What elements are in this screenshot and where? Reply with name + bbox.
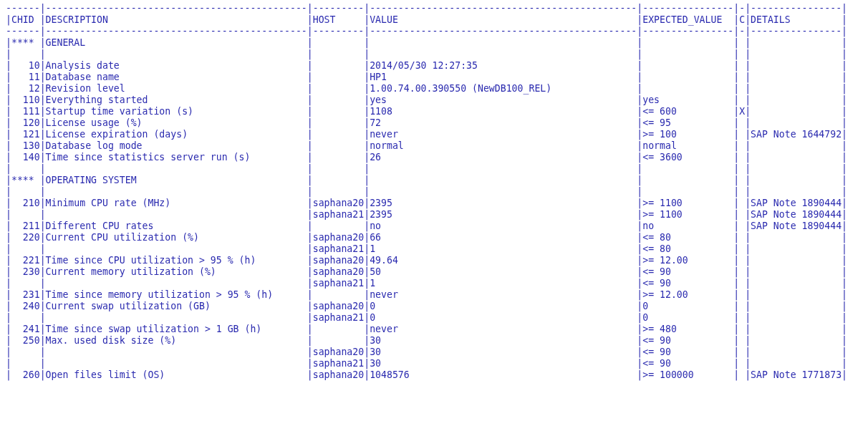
table-row: | 220|Current CPU utilization (%) |sapha…: [6, 232, 862, 243]
table-row: | | |saphana21|1 |<= 80 | | |: [6, 243, 862, 255]
table-row: | | |saphana21|2395 |>= 1100 | |SAP Note…: [6, 209, 862, 221]
divider-line: ------|---------------------------------…: [6, 26, 862, 37]
table-row: | 11|Database name | |HP1 | | | |: [6, 72, 862, 83]
table-row: | 10|Analysis date | |2014/05/30 12:27:3…: [6, 60, 862, 72]
table-row: | 111|Startup time variation (s) | |1108…: [6, 106, 862, 117]
table-row: | 12|Revision level | |1.00.74.00.390550…: [6, 83, 862, 95]
table-row: | 211|Different CPU rates | |no |no | |S…: [6, 221, 862, 232]
table-row: | 250|Max. used disk size (%) | |30 |<= …: [6, 335, 862, 347]
table-row: | 110|Everything started | |yes |yes | |…: [6, 95, 862, 106]
table-row: | 230|Current memory utilization (%) |sa…: [6, 266, 862, 278]
table-row: | 130|Database log mode | |normal |norma…: [6, 140, 862, 152]
table-row: | 210|Minimum CPU rate (MHz) |saphana20|…: [6, 198, 862, 209]
table-row: | 231|Time since memory utilization > 95…: [6, 289, 862, 301]
blank-row: | | | | | | | |: [6, 163, 862, 175]
table-row: | | |saphana21|0 |0 | | |: [6, 312, 862, 324]
table-row: | 140|Time since statistics server run (…: [6, 152, 862, 163]
table-row: | | |saphana21|30 |<= 90 | | |: [6, 358, 862, 369]
table-row: | | |saphana20|30 |<= 90 | | |: [6, 347, 862, 358]
table-row: | 121|License expiration (days) | |never…: [6, 129, 862, 140]
blank-row: | | | | | | | |: [6, 186, 862, 198]
table-row: | 240|Current swap utilization (GB) |sap…: [6, 301, 862, 312]
table-row: | 120|License usage (%) | |72 |<= 95 | |…: [6, 117, 862, 129]
divider-line: ------|---------------------------------…: [6, 3, 862, 14]
blank-row: | | | | | | | |: [6, 49, 862, 60]
table-row: | 221|Time since CPU utilization > 95 % …: [6, 255, 862, 266]
table-row: | 241|Time since swap utilization > 1 GB…: [6, 324, 862, 335]
table-row: | 260|Open files limit (OS) |saphana20|1…: [6, 369, 862, 381]
section-row: |**** |GENERAL | | | | | |: [6, 37, 862, 49]
table-row: | | |saphana21|1 |<= 90 | | |: [6, 278, 862, 289]
report-output: ------|---------------------------------…: [0, 0, 868, 384]
header-row: |CHID |DESCRIPTION |HOST |VALUE |EXPECTE…: [6, 14, 862, 26]
section-row: |**** |OPERATING SYSTEM | | | | | |: [6, 175, 862, 186]
